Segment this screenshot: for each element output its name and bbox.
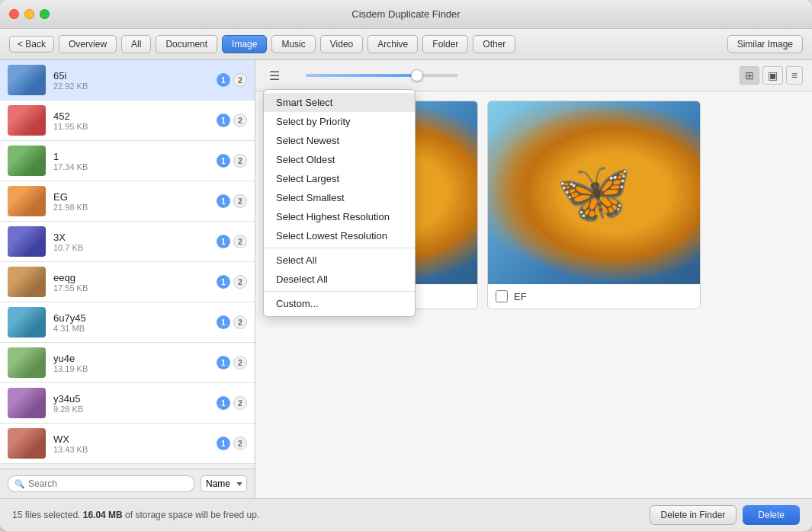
tab-video[interactable]: Video [320,35,363,53]
item-name: yu4e [53,353,217,364]
list-item[interactable]: 6u7y45 4.31 MB 1 2 [0,302,255,343]
item-info: WX 13.43 KB [53,433,217,454]
similar-image-button[interactable]: Similar Image [727,35,803,53]
grid-view-button[interactable]: ⊞ [740,66,759,85]
item-badges: 1 2 [217,437,247,450]
search-box: 🔍 [8,475,194,492]
list-view-button[interactable]: ≡ [786,66,803,85]
item-name: 452 [53,110,217,122]
item-info: 1 17.34 KB [53,151,217,171]
dropdown-item-custom[interactable]: Custom... [264,294,415,313]
tab-image[interactable]: Image [222,35,267,53]
item-name: WX [53,433,217,445]
maximize-button[interactable] [40,9,50,19]
badge-2: 2 [233,154,247,168]
search-icon: 🔍 [14,479,25,489]
tab-overview[interactable]: Overview [59,35,117,53]
item-size: 10.7 KB [53,243,217,252]
list-item[interactable]: yu4e 13.19 KB 1 2 [0,343,255,383]
item-name: eeqg [53,272,217,283]
item-info: EG 21.98 KB [53,191,217,212]
tab-folder[interactable]: Folder [422,35,468,53]
dropdown-separator-1 [264,248,415,248]
dropdown-item-select-lowest-resolution[interactable]: Select Lowest Resolution [264,226,415,245]
item-info: 65i 22.92 KB [53,70,217,91]
status-prefix: 15 files selected. [12,510,83,520]
item-size: 13.19 KB [53,364,217,373]
back-button[interactable]: < Back [9,36,54,53]
item-size: 22.92 KB [53,82,217,91]
item-size: 11.95 KB [53,122,217,131]
list-item[interactable]: WX 13.43 KB 1 2 [0,424,255,464]
item-info: eeqg 17.55 KB [53,272,217,293]
badge-2: 2 [233,194,247,208]
dropdown-item-select-by-priority[interactable]: Select by Priority [264,112,415,131]
item-thumbnail [8,105,46,136]
tab-archive[interactable]: Archive [367,35,418,53]
dropdown-separator-2 [264,291,415,292]
list-item[interactable]: y34u5 9.28 KB 1 2 [0,383,255,424]
item-name: y34u5 [53,393,217,405]
tab-all[interactable]: All [121,35,151,53]
sidebar: 65i 22.92 KB 1 2 452 11.95 KB [0,60,255,498]
badge-2: 2 [233,114,247,127]
minimize-button[interactable] [24,9,34,19]
window-title: Cisdem Duplicate Finder [351,8,460,20]
slider-container [290,74,733,77]
badge-1: 1 [217,114,230,127]
image-checkbox[interactable] [496,290,508,302]
dropdown-item-select-smallest[interactable]: Select Smallest [264,188,415,207]
item-thumbnail [8,226,46,257]
content-area: ☰ Smart Select Select by Priority Select… [255,60,812,498]
item-info: 3X 10.7 KB [53,232,217,252]
tab-other[interactable]: Other [473,35,515,53]
item-badges: 1 2 [217,315,247,329]
item-thumbnail [8,65,46,95]
dropdown-item-select-oldest[interactable]: Select Oldest [264,150,415,169]
titlebar: Cisdem Duplicate Finder [0,0,812,29]
size-slider[interactable] [306,74,458,77]
item-size: 17.55 KB [53,283,217,293]
search-input[interactable] [28,478,188,489]
close-button[interactable] [9,9,19,19]
tab-bar: < Back Overview All Document Image Music… [0,29,812,60]
badge-2: 2 [233,396,247,410]
item-size: 4.31 MB [53,324,217,333]
dropdown-item-deselect-all[interactable]: Deselect All [264,270,415,289]
dropdown-item-select-highest-resolution[interactable]: Select Highest Resolution [264,207,415,226]
item-badges: 1 2 [217,73,247,87]
list-item[interactable]: 452 11.95 KB 1 2 [0,101,255,141]
sidebar-list: 65i 22.92 KB 1 2 452 11.95 KB [0,60,255,469]
item-thumbnail [8,347,46,378]
tab-music[interactable]: Music [271,35,315,53]
badge-1: 1 [217,154,230,168]
badge-1: 1 [217,194,230,208]
item-badges: 1 2 [217,194,247,208]
sort-select[interactable]: Name Size Date [201,475,247,492]
list-item[interactable]: 3X 10.7 KB 1 2 [0,222,255,262]
image-card-footer: EF [488,284,700,309]
list-item[interactable]: EG 21.98 KB 1 2 [0,181,255,222]
item-thumbnail [8,186,46,216]
image-preview [488,101,700,284]
badge-2: 2 [233,315,247,329]
item-size: 13.43 KB [53,445,217,454]
list-item[interactable]: 1 17.34 KB 1 2 [0,141,255,181]
item-badges: 1 2 [217,275,247,289]
dropdown-item-select-newest[interactable]: Select Newest [264,131,415,150]
dropdown-item-select-largest[interactable]: Select Largest [264,169,415,188]
list-item[interactable]: eeqg 17.55 KB 1 2 [0,262,255,302]
tab-document[interactable]: Document [156,35,217,53]
item-badges: 1 2 [217,114,247,127]
item-thumbnail [8,307,46,337]
item-badges: 1 2 [217,235,247,248]
filmstrip-view-button[interactable]: ▣ [762,66,783,85]
select-menu-button[interactable]: ☰ [265,67,284,85]
dropdown-item-smart-select[interactable]: Smart Select [264,93,415,112]
list-item[interactable]: 65i 22.92 KB 1 2 [0,60,255,101]
delete-button[interactable]: Delete [743,505,800,525]
dropdown-item-select-all[interactable]: Select All [264,251,415,270]
delete-in-finder-button[interactable]: Delete in Finder [650,505,737,525]
item-thumbnail [8,267,46,297]
image-card: EF [487,101,701,309]
